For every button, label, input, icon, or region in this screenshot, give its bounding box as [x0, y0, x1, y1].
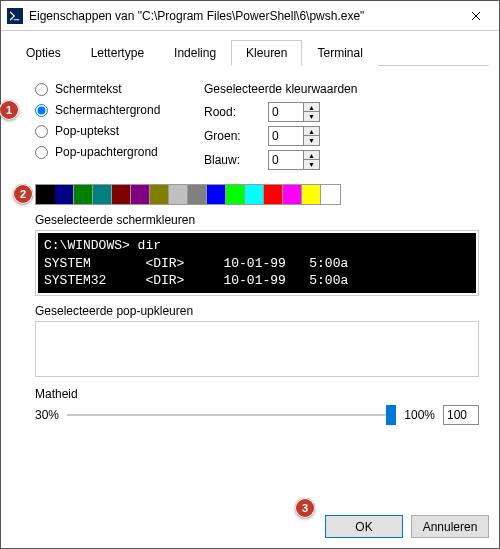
color-swatch[interactable]	[93, 185, 112, 204]
spin-up-icon[interactable]: ▲	[304, 127, 319, 136]
close-button[interactable]	[453, 1, 499, 31]
color-swatch[interactable]	[55, 185, 74, 204]
radio-input-screen-text[interactable]	[35, 83, 48, 96]
cancel-button[interactable]: Annuleren	[411, 515, 489, 538]
green-input[interactable]	[269, 127, 303, 145]
radio-popup-text[interactable]: Pop-uptekst	[35, 124, 186, 138]
screen-preview-label: Geselecteerde schermkleuren	[35, 213, 479, 227]
radio-label: Pop-upachtergrond	[55, 145, 158, 159]
radio-screen-text[interactable]: Schermtekst	[35, 82, 186, 96]
opacity-group: Matheid 30% 100% 100	[35, 387, 479, 425]
red-input[interactable]	[269, 103, 303, 121]
properties-dialog: Eigenschappen van "C:\Program Files\Powe…	[0, 0, 500, 549]
tab-opties[interactable]: Opties	[11, 40, 76, 66]
tab-lettertype[interactable]: Lettertype	[76, 40, 159, 66]
color-swatch[interactable]	[283, 185, 302, 204]
color-swatch[interactable]	[302, 185, 321, 204]
radio-input-popup-text[interactable]	[35, 125, 48, 138]
color-values-title: Geselecteerde kleurwaarden	[204, 82, 479, 96]
close-icon	[471, 11, 481, 21]
radio-input-screen-bg[interactable]	[35, 104, 48, 117]
color-swatch[interactable]	[264, 185, 283, 204]
tab-bar: Opties Lettertype Indeling Kleuren Termi…	[11, 39, 489, 66]
color-target-radios: 1 Schermtekst Schermachtergrond Pop-upte…	[21, 82, 186, 174]
opacity-max: 100%	[404, 408, 435, 422]
ok-button[interactable]: OK	[325, 515, 403, 538]
spin-down-icon[interactable]: ▼	[304, 112, 319, 121]
radio-popup-bg[interactable]: Pop-upachtergrond	[35, 145, 186, 159]
dialog-footer: 3 OK Annuleren	[1, 505, 499, 548]
app-icon	[7, 8, 23, 24]
color-swatch[interactable]	[131, 185, 150, 204]
red-spinner[interactable]: ▲▼	[268, 102, 320, 122]
screen-preview-box: C:\WINDOWS> dir SYSTEM <DIR> 10-01-99 5:…	[35, 230, 479, 296]
radio-label: Pop-uptekst	[55, 124, 119, 138]
color-swatch[interactable]	[112, 185, 131, 204]
green-spinner[interactable]: ▲▼	[268, 126, 320, 146]
color-palette	[35, 184, 341, 205]
red-label: Rood:	[204, 105, 260, 119]
color-swatch[interactable]	[150, 185, 169, 204]
color-swatch[interactable]	[169, 185, 188, 204]
color-swatch[interactable]	[188, 185, 207, 204]
radio-label: Schermtekst	[55, 82, 122, 96]
spin-down-icon[interactable]: ▼	[304, 160, 319, 169]
color-swatch[interactable]	[226, 185, 245, 204]
callout-3: 3	[295, 498, 315, 518]
popup-preview-box	[35, 321, 479, 377]
titlebar: Eigenschappen van "C:\Program Files\Powe…	[1, 1, 499, 31]
tab-panel-kleuren: 1 Schermtekst Schermachtergrond Pop-upte…	[11, 66, 489, 495]
spin-up-icon[interactable]: ▲	[304, 151, 319, 160]
window-title: Eigenschappen van "C:\Program Files\Powe…	[29, 9, 453, 23]
color-swatch[interactable]	[74, 185, 93, 204]
color-swatch[interactable]	[207, 185, 226, 204]
tab-kleuren[interactable]: Kleuren	[231, 40, 302, 66]
opacity-slider[interactable]	[67, 405, 396, 425]
blue-input[interactable]	[269, 151, 303, 169]
tab-indeling[interactable]: Indeling	[159, 40, 231, 66]
blue-spinner[interactable]: ▲▼	[268, 150, 320, 170]
green-label: Groen:	[204, 129, 260, 143]
popup-preview-label: Geselecteerde pop-upkleuren	[35, 304, 479, 318]
radio-label: Schermachtergrond	[55, 103, 160, 117]
opacity-min: 30%	[35, 408, 59, 422]
tab-terminal[interactable]: Terminal	[302, 40, 377, 66]
radio-input-popup-bg[interactable]	[35, 146, 48, 159]
color-values-group: Geselecteerde kleurwaarden Rood: ▲▼ Groe…	[204, 82, 479, 174]
opacity-label: Matheid	[35, 387, 479, 401]
dialog-body: Opties Lettertype Indeling Kleuren Termi…	[1, 31, 499, 505]
color-swatch[interactable]	[321, 185, 340, 204]
color-swatch[interactable]	[245, 185, 264, 204]
callout-2: 2	[13, 184, 33, 204]
opacity-value: 100	[443, 405, 479, 425]
radio-screen-bg[interactable]: Schermachtergrond	[35, 103, 186, 117]
screen-preview-text: C:\WINDOWS> dir SYSTEM <DIR> 10-01-99 5:…	[38, 233, 476, 293]
blue-label: Blauw:	[204, 153, 260, 167]
spin-up-icon[interactable]: ▲	[304, 103, 319, 112]
color-swatch[interactable]	[36, 185, 55, 204]
callout-1: 1	[0, 100, 19, 120]
slider-thumb[interactable]	[386, 405, 396, 425]
spin-down-icon[interactable]: ▼	[304, 136, 319, 145]
